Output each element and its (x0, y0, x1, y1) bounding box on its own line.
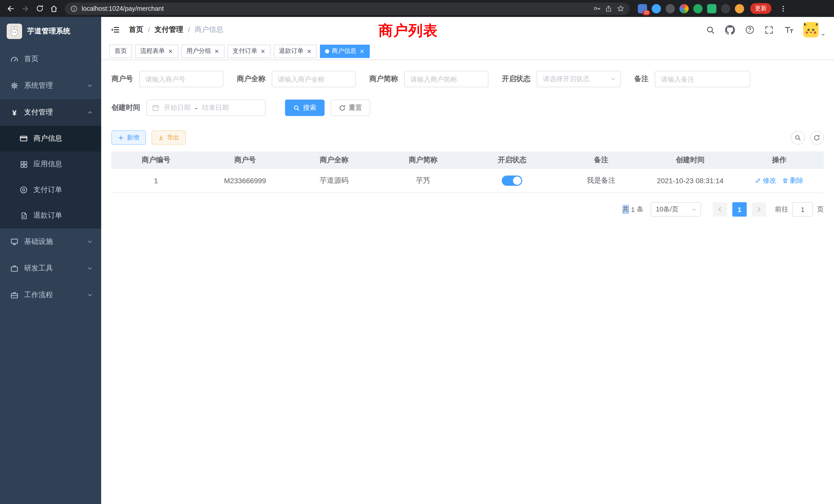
table-row: 1 M233666999 芋道源码 芋艿 我是备注 2021-10-23 08:… (111, 169, 824, 193)
close-icon[interactable] (359, 48, 365, 54)
delete-link[interactable]: 删除 (783, 176, 804, 185)
edit-link-label: 修改 (763, 176, 776, 185)
filter-create-time: 创建时间 开始日期 - 结束日期 (111, 99, 265, 116)
close-icon[interactable] (168, 48, 173, 54)
search-icon[interactable] (706, 25, 716, 35)
extension-icon-dark[interactable] (665, 4, 675, 13)
app-logo[interactable]: 芋道管理系统 (0, 17, 101, 46)
tab-label: 用户分组 (186, 47, 211, 55)
sidebar-item-label: 支付管理 (24, 108, 53, 117)
tab-pay-order[interactable]: 支付订单 (227, 44, 271, 58)
merchant-short-input[interactable] (404, 71, 488, 87)
breadcrumb-pay[interactable]: 支付管理 (155, 25, 183, 35)
home-icon[interactable] (47, 2, 61, 15)
download-icon (158, 135, 164, 140)
tab-merchant-info[interactable]: 商户信息 (320, 44, 370, 58)
export-button[interactable]: 导出 (152, 130, 186, 145)
tab-user-group[interactable]: 用户分组 (181, 44, 224, 58)
sidebar-item-devtools[interactable]: 研发工具 (0, 255, 101, 282)
github-icon[interactable] (725, 25, 735, 35)
sidebar-item-pay[interactable]: ¥ 支付管理 (0, 99, 101, 126)
range-separator: - (195, 104, 197, 112)
pagination: 共 1 条 10条/页 1 (111, 202, 824, 216)
fullscreen-icon[interactable] (764, 25, 774, 35)
breadcrumb-separator: / (188, 26, 190, 34)
breadcrumb-home[interactable]: 首页 (129, 25, 143, 35)
site-info-icon[interactable] (70, 4, 78, 13)
goto-page-input[interactable] (792, 202, 813, 216)
sidebar-item-system[interactable]: 系统管理 (0, 72, 101, 99)
edit-link[interactable]: 修改 (755, 176, 776, 185)
sidebar-item-workflow[interactable]: 工作流程 (0, 282, 101, 308)
close-icon[interactable] (260, 48, 265, 54)
date-range-picker[interactable]: 开始日期 - 结束日期 (146, 99, 265, 116)
sidebar-fold-icon[interactable] (109, 24, 121, 36)
calendar-icon (152, 104, 159, 111)
add-button[interactable]: 新增 (111, 130, 146, 145)
sidebar-item-home[interactable]: 首页 (0, 46, 101, 72)
col-header: 创建时间 (646, 152, 735, 169)
filter-row-2: 创建时间 开始日期 - 结束日期 (111, 99, 824, 116)
avatar[interactable] (803, 22, 818, 38)
remark-input[interactable] (655, 71, 750, 87)
extension-icon-pin[interactable] (721, 4, 730, 13)
extension-icon-green[interactable] (693, 4, 703, 13)
reset-button[interactable]: 重置 (331, 99, 370, 116)
cell-status (467, 169, 557, 192)
page-number-1[interactable]: 1 (732, 202, 747, 216)
close-icon[interactable] (306, 48, 312, 54)
user-menu[interactable] (803, 22, 826, 38)
help-icon[interactable] (745, 25, 754, 35)
next-page-button[interactable] (752, 202, 766, 216)
sidebar-item-refund-order[interactable]: 退款订单 (0, 203, 101, 228)
toolbox-icon (10, 264, 19, 273)
merchant-no-input[interactable] (139, 71, 223, 87)
browser-toolbar: localhost:1024/pay/merchant 10 更新 (0, 0, 834, 17)
cell-remark: 我是备注 (557, 169, 646, 192)
show-search-toggle-button[interactable] (791, 131, 805, 144)
export-button-label: 导出 (167, 133, 179, 142)
tab-process-form[interactable]: 流程表单 (135, 44, 178, 58)
refresh-table-button[interactable] (810, 131, 824, 144)
url-bar[interactable]: localhost:1024/pay/merchant (65, 2, 630, 15)
reload-icon[interactable] (33, 2, 46, 15)
browser-menu-icon[interactable] (776, 2, 790, 15)
annotation-merchant-list: 商户列表 (378, 21, 438, 41)
bookmark-star-icon[interactable] (616, 4, 624, 13)
extension-icon-blue[interactable]: 10 (638, 4, 647, 13)
chrome-update-button[interactable]: 更新 (750, 3, 771, 14)
caret-down-icon (821, 32, 826, 38)
extension-icon-drop[interactable] (652, 4, 661, 13)
sidebar-item-merchant-info[interactable]: 商户信息 (0, 126, 101, 152)
sidebar-item-app-info[interactable]: 应用信息 (0, 152, 101, 177)
close-icon[interactable] (214, 48, 219, 54)
pagination-total: 共 1 条 (622, 205, 643, 214)
prev-page-button[interactable] (713, 202, 727, 216)
sidebar-item-label: 应用信息 (34, 160, 62, 169)
font-size-icon[interactable] (784, 25, 793, 35)
extension-icon-notes[interactable] (707, 4, 717, 13)
cell-short-name: 芋艿 (378, 169, 467, 192)
tab-home[interactable]: 首页 (109, 44, 132, 58)
cell-full-name: 芋道源码 (290, 169, 379, 192)
field-label: 商户号 (111, 74, 133, 84)
back-icon[interactable] (4, 2, 18, 15)
total-suffix: 条 (637, 205, 643, 214)
password-key-icon[interactable] (593, 4, 601, 13)
sidebar-item-pay-order[interactable]: 支付订单 (0, 177, 101, 203)
goto-label: 前往 (775, 205, 788, 214)
sidebar-item-label: 基础设施 (24, 237, 53, 246)
status-switch[interactable] (502, 176, 522, 186)
status-select[interactable]: 请选择开启状态 (537, 71, 621, 87)
sidebar-item-infra[interactable]: 基础设施 (0, 228, 101, 255)
extension-icon-colorful[interactable] (679, 4, 689, 13)
search-button[interactable]: 搜索 (285, 99, 325, 116)
profile-avatar-icon[interactable] (735, 4, 744, 13)
share-icon[interactable] (605, 4, 613, 13)
page-size-select[interactable]: 10条/页 (651, 202, 701, 216)
tab-refund-order[interactable]: 退款订单 (274, 44, 317, 58)
merchant-name-input[interactable] (272, 71, 356, 87)
sidebar-item-label: 支付订单 (34, 185, 62, 194)
forward-icon[interactable] (19, 2, 32, 15)
chevron-up-icon (87, 109, 93, 115)
